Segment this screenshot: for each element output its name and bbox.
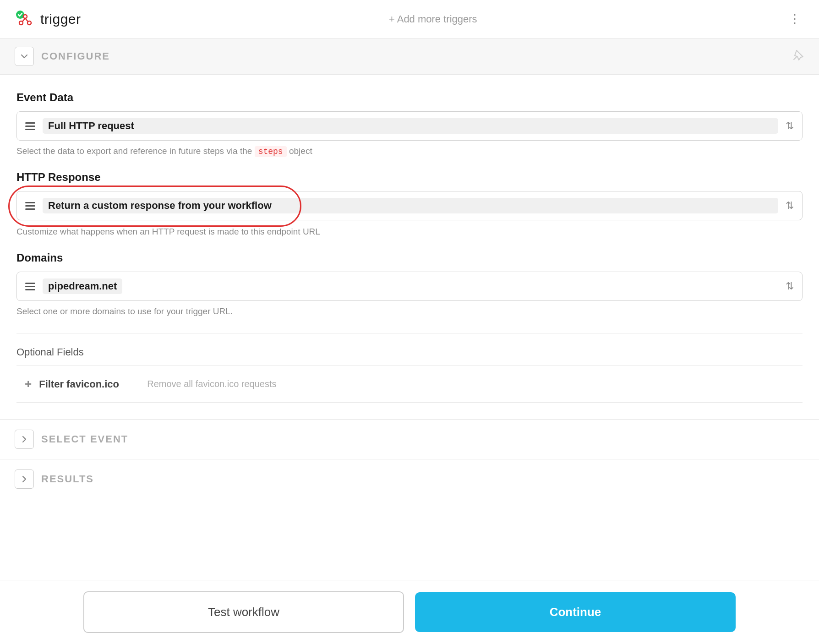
- trigger-logo: trigger: [15, 9, 81, 29]
- test-workflow-button[interactable]: Test workflow: [83, 591, 404, 633]
- domains-value: pipedream.net: [43, 278, 122, 294]
- chevron-right-icon-2: [20, 475, 28, 483]
- configure-left: CONFIGURE: [15, 47, 110, 66]
- hamburger-icon-2: [25, 202, 35, 210]
- continue-button[interactable]: Continue: [415, 592, 736, 632]
- add-triggers-label[interactable]: + Add more triggers: [389, 13, 477, 25]
- select-event-label: SELECT EVENT: [41, 433, 128, 445]
- event-data-title: Event Data: [16, 91, 803, 104]
- more-options-button[interactable]: ⋮: [785, 8, 804, 30]
- http-response-select[interactable]: Return a custom response from your workf…: [16, 191, 803, 220]
- event-data-value: Full HTTP request: [43, 118, 778, 134]
- select-arrows-icon-3: ⇅: [786, 280, 794, 292]
- header: trigger + Add more triggers ⋮: [0, 0, 819, 38]
- domains-helper: Select one or more domains to use for yo…: [16, 306, 803, 317]
- http-response-value: Return a custom response from your workf…: [43, 198, 778, 213]
- select-event-section[interactable]: SELECT EVENT: [0, 419, 819, 459]
- main-content: Event Data Full HTTP request ⇅ Select th…: [0, 75, 819, 419]
- results-section[interactable]: RESULTS: [0, 459, 819, 499]
- optional-field-row: + Filter favicon.ico Remove all favicon.…: [16, 366, 803, 403]
- domains-title: Domains: [16, 251, 803, 264]
- field-description: Remove all favicon.ico requests: [147, 379, 276, 389]
- pin-button[interactable]: [792, 49, 804, 64]
- hamburger-icon: [25, 122, 35, 130]
- chevron-right-icon: [20, 435, 28, 443]
- configure-collapse-button[interactable]: [15, 47, 34, 66]
- header-center: + Add more triggers: [389, 13, 477, 25]
- event-data-helper: Select the data to export and reference …: [16, 146, 803, 156]
- header-left: trigger: [15, 9, 81, 29]
- http-response-title: HTTP Response: [16, 171, 803, 184]
- http-response-container: Return a custom response from your workf…: [16, 191, 803, 220]
- bottom-bar: Test workflow Continue: [0, 580, 819, 644]
- domains-select[interactable]: pipedream.net ⇅: [16, 272, 803, 301]
- app-title: trigger: [40, 11, 81, 27]
- select-arrows-icon-2: ⇅: [786, 200, 794, 212]
- svg-line-5: [25, 18, 28, 22]
- optional-fields-title: Optional Fields: [16, 333, 803, 358]
- hamburger-icon-3: [25, 283, 35, 290]
- field-name: Filter favicon.ico: [39, 378, 140, 390]
- steps-code: steps: [255, 146, 287, 157]
- add-field-icon[interactable]: +: [25, 377, 32, 391]
- pin-icon: [792, 49, 804, 61]
- chevron-down-icon: [20, 52, 28, 60]
- svg-line-4: [22, 18, 25, 22]
- helper-text-before: Select the data to export and reference …: [16, 146, 252, 156]
- select-event-expand-button[interactable]: [15, 430, 34, 449]
- helper-text-after: object: [289, 146, 312, 156]
- svg-line-6: [794, 57, 797, 60]
- event-data-select[interactable]: Full HTTP request ⇅: [16, 111, 803, 141]
- results-expand-button[interactable]: [15, 469, 34, 489]
- results-label: RESULTS: [41, 473, 94, 485]
- configure-label: CONFIGURE: [41, 50, 110, 62]
- logo-icon: [15, 9, 35, 29]
- configure-bar: CONFIGURE: [0, 38, 819, 75]
- http-response-helper: Customize what happens when an HTTP requ…: [16, 227, 803, 237]
- select-arrows-icon: ⇅: [786, 120, 794, 132]
